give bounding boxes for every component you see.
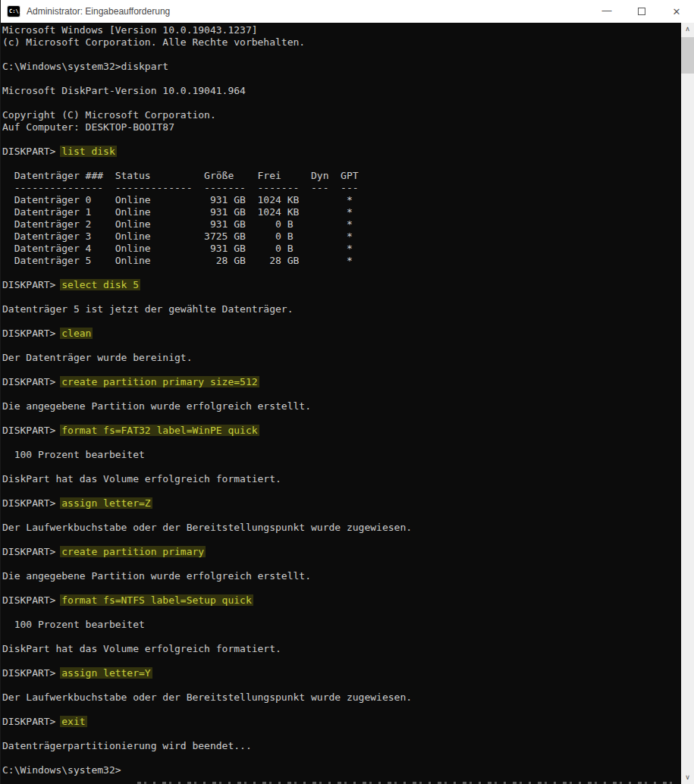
terminal-line: --------------- ------------- ------- --… — [2, 182, 681, 194]
output-text: Die angegebene Partition wurde erfolgrei… — [2, 570, 311, 582]
command-text: list disk — [61, 146, 115, 157]
terminal-line — [2, 158, 681, 170]
output-text: DISKPART> — [2, 716, 61, 727]
cmd-app-icon-glyph: C:\. — [8, 9, 22, 14]
output-text: 100 Prozent bearbeitet — [2, 449, 145, 460]
output-text: C:\Windows\system32>diskpart — [2, 61, 168, 72]
terminal-line — [2, 73, 681, 85]
minimize-icon: — — [602, 5, 612, 16]
terminal-line: 100 Prozent bearbeitet — [2, 449, 681, 461]
maximize-icon — [638, 8, 645, 15]
close-icon: ✕ — [673, 6, 681, 17]
terminal-line — [2, 364, 681, 376]
output-text: DISKPART> — [2, 146, 61, 157]
scroll-down-icon[interactable]: ∨ — [681, 771, 694, 784]
terminal-line: Der Laufwerkbuchstabe oder der Bereitste… — [2, 522, 681, 534]
terminal-line: DISKPART> format fs=FAT32 label=WinPE qu… — [2, 425, 681, 437]
terminal-line — [2, 133, 681, 146]
terminal-line: Der Laufwerkbuchstabe oder der Bereitste… — [2, 691, 681, 704]
minimize-button[interactable]: — — [589, 0, 624, 23]
terminal-line: Datenträger 1 Online 931 GB 1024 KB * — [2, 206, 681, 218]
terminal-line: Auf Computer: DESKTOP-BOOIT87 — [2, 121, 681, 133]
terminal-line: C:\Windows\system32> — [2, 764, 681, 776]
scrollbar-thumb[interactable] — [681, 37, 694, 74]
terminal-line: Copyright (C) Microsoft Corporation. — [2, 109, 681, 121]
terminal-line: DISKPART> create partition primary size=… — [2, 376, 681, 388]
title-bar[interactable]: C:\. Administrator: Eingabeaufforderung … — [1, 0, 694, 23]
terminal-line: Datenträger 0 Online 931 GB 1024 KB * — [2, 194, 681, 206]
command-text: assign letter=Y — [61, 667, 150, 679]
terminal-line: Datenträgerpartitionierung wird beendet.… — [2, 740, 681, 752]
terminal-line: Datenträger 5 Online 28 GB 28 GB * — [2, 255, 681, 267]
cmd-window: C:\. Administrator: Eingabeaufforderung … — [0, 0, 694, 784]
command-text: exit — [61, 716, 85, 727]
terminal-line — [2, 558, 681, 570]
command-text: create partition primary — [61, 546, 204, 557]
terminal-line — [2, 315, 681, 328]
output-text: --------------- ------------- ------- --… — [2, 182, 359, 193]
terminal-line — [2, 97, 681, 109]
terminal-line — [2, 291, 681, 303]
output-text: Der Laufwerkbuchstabe oder der Bereitste… — [2, 691, 412, 703]
terminal-line: Die angegebene Partition wurde erfolgrei… — [2, 400, 681, 412]
output-text: Die angegebene Partition wurde erfolgrei… — [2, 400, 311, 412]
terminal-line: DISKPART> exit — [2, 716, 681, 728]
output-text: DISKPART> — [2, 376, 61, 387]
window-title: Administrator: Eingabeaufforderung — [27, 6, 589, 17]
terminal-line — [2, 437, 681, 449]
terminal-line: DISKPART> clean — [2, 328, 681, 340]
output-text: DISKPART> — [2, 594, 61, 606]
output-text: Auf Computer: DESKTOP-BOOIT87 — [2, 121, 174, 133]
command-text: clean — [61, 328, 91, 339]
output-text: DiskPart hat das Volume erfolgreich form… — [2, 643, 281, 654]
terminal-output: Microsoft Windows [Version 10.0.19043.12… — [1, 23, 681, 776]
maximize-button[interactable] — [624, 0, 659, 23]
terminal-line — [2, 704, 681, 716]
output-text: Datenträger 4 Online 931 GB 0 B * — [2, 243, 353, 254]
terminal-line: Der Datenträger wurde bereinigt. — [2, 352, 681, 364]
terminal-line — [2, 582, 681, 594]
terminal-line: Datenträger 5 ist jetzt der gewählte Dat… — [2, 303, 681, 315]
terminal-line: DiskPart hat das Volume erfolgreich form… — [2, 643, 681, 655]
terminal-line: Die angegebene Partition wurde erfolgrei… — [2, 570, 681, 582]
output-text: Microsoft DiskPart-Version 10.0.19041.96… — [2, 85, 246, 96]
terminal-line — [2, 728, 681, 740]
output-text: Datenträger 5 ist jetzt der gewählte Dat… — [2, 303, 294, 315]
close-button[interactable]: ✕ — [659, 0, 694, 23]
terminal-line — [2, 631, 681, 643]
output-text: Datenträger ### Status Größe Frei Dyn GP… — [2, 170, 359, 181]
terminal-line: DISKPART> format fs=NTFS label=Setup qui… — [2, 594, 681, 607]
output-text: DISKPART> — [2, 497, 61, 509]
output-text: Datenträger 1 Online 931 GB 1024 KB * — [2, 206, 353, 218]
terminal-line: Microsoft Windows [Version 10.0.19043.12… — [2, 24, 681, 36]
output-text: Der Laufwerkbuchstabe oder der Bereitste… — [2, 522, 412, 533]
command-text: format fs=FAT32 label=WinPE quick — [61, 425, 257, 436]
terminal-line: (c) Microsoft Corporation. Alle Rechte v… — [2, 36, 681, 49]
scroll-up-icon[interactable]: ∧ — [681, 23, 694, 36]
output-text: DISKPART> — [2, 667, 61, 679]
terminal-line: Datenträger 4 Online 931 GB 0 B * — [2, 243, 681, 255]
output-text: DiskPart hat das Volume erfolgreich form… — [2, 473, 281, 485]
terminal-line — [2, 607, 681, 619]
terminal-area[interactable]: Microsoft Windows [Version 10.0.19043.12… — [1, 23, 681, 784]
terminal-line — [2, 679, 681, 691]
command-text: assign letter=Z — [61, 497, 150, 509]
terminal-line — [2, 752, 681, 764]
output-text: Microsoft Windows [Version 10.0.19043.12… — [2, 24, 258, 36]
terminal-line: Datenträger 2 Online 931 GB 0 B * — [2, 218, 681, 230]
terminal-line: DISKPART> assign letter=Z — [2, 497, 681, 510]
terminal-line — [2, 485, 681, 497]
terminal-line — [2, 340, 681, 352]
output-text: Datenträger 3 Online 3725 GB 0 B * — [2, 230, 353, 242]
terminal-line — [2, 510, 681, 522]
vertical-scrollbar[interactable]: ∧ ∨ — [681, 23, 694, 784]
terminal-line: DISKPART> select disk 5 — [2, 279, 681, 291]
cmd-app-icon: C:\. — [8, 6, 20, 17]
terminal-line — [2, 655, 681, 667]
output-text: DISKPART> — [2, 425, 61, 436]
command-text: create partition primary size=512 — [61, 376, 257, 387]
output-text: 100 Prozent bearbeitet — [2, 619, 145, 630]
terminal-line: Datenträger ### Status Größe Frei Dyn GP… — [2, 170, 681, 182]
output-text: DISKPART> — [2, 546, 61, 557]
terminal-line: 100 Prozent bearbeitet — [2, 619, 681, 631]
